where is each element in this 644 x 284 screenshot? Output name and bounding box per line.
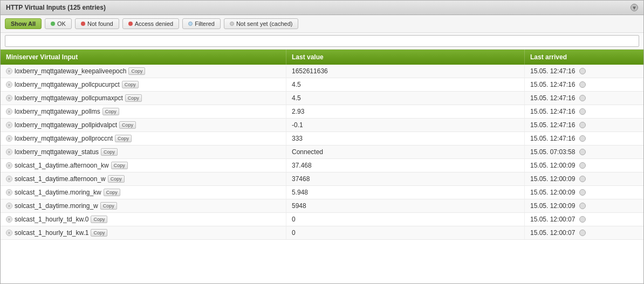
row-value: 4.5 <box>292 94 301 102</box>
copy-button[interactable]: Copy <box>111 162 128 169</box>
show-all-label: Show All <box>11 20 36 27</box>
row-arrived: 15.05. 12:47:16 <box>530 81 575 88</box>
filtered-button[interactable]: Filtered <box>182 18 221 29</box>
not-sent-dot <box>230 22 234 26</box>
table-row: loxberry_mqttgateway_pollcpumaxpct Copy … <box>1 92 643 105</box>
row-name: loxberry_mqttgateway_pollproccnt <box>15 135 113 142</box>
cell-arrived: 15.05. 12:47:16 <box>525 119 643 131</box>
not-sent-label: Not sent yet (cached) <box>236 20 293 27</box>
row-name: loxberry_mqttgateway_pollcpucurpct <box>15 81 120 88</box>
table-row: loxberry_mqttgateway_status Copy Connect… <box>1 146 643 159</box>
copy-button[interactable]: Copy <box>115 135 132 142</box>
cell-arrived: 15.05. 07:03:58 <box>525 146 643 158</box>
arrived-status-circle <box>579 189 586 196</box>
row-value: 333 <box>292 135 303 142</box>
access-denied-label: Access denied <box>135 20 174 27</box>
table-row: loxberry_mqttgateway_pollcpucurpct Copy … <box>1 78 643 92</box>
row-value: 1652611636 <box>292 67 328 75</box>
row-value: 0 <box>292 216 296 223</box>
cell-value: 5948 <box>286 199 525 212</box>
row-value: 2.93 <box>292 108 304 115</box>
col-header-name: Miniserver Virtual Input <box>1 50 286 65</box>
copy-button[interactable]: Copy <box>125 94 142 102</box>
table-row: solcast_1_daytime.afternoon_kw Copy 37.4… <box>1 159 643 172</box>
cell-arrived: 15.05. 12:00:07 <box>525 226 643 239</box>
cell-name: loxberry_mqttgateway_pollpidvalpct Copy <box>1 119 286 131</box>
ok-label: OK <box>57 20 66 27</box>
close-button[interactable]: ▼ <box>631 4 638 11</box>
not-sent-button[interactable]: Not sent yet (cached) <box>224 18 299 29</box>
cell-arrived: 15.05. 12:47:16 <box>525 132 643 145</box>
row-arrived: 15.05. 12:47:16 <box>530 135 575 142</box>
cell-name: solcast_1_daytime.moring_w Copy <box>1 199 286 212</box>
copy-button[interactable]: Copy <box>101 148 118 156</box>
copy-button[interactable]: Copy <box>122 81 139 88</box>
copy-button[interactable]: Copy <box>91 229 107 237</box>
row-name: solcast_1_daytime.moring_w <box>15 202 98 210</box>
row-status-icon <box>6 108 12 115</box>
access-denied-dot <box>128 22 133 26</box>
title-bar: HTTP Virtual Inputs (125 entries) ▼ <box>1 1 643 15</box>
table-row: loxberry_mqttgateway_keepaliveepoch Copy… <box>1 65 643 78</box>
row-status-icon <box>6 95 12 101</box>
ok-button[interactable]: OK <box>45 18 72 29</box>
copy-button[interactable]: Copy <box>108 175 125 183</box>
row-status-icon <box>6 162 12 169</box>
table-row: solcast_1_daytime.moring_kw Copy 5.948 1… <box>1 186 643 199</box>
cell-name: loxberry_mqttgateway_status Copy <box>1 146 286 158</box>
row-arrived: 15.05. 12:00:07 <box>530 229 575 237</box>
cell-arrived: 15.05. 12:47:16 <box>525 105 643 118</box>
row-name: solcast_1_hourly_td_kw.1 <box>15 229 88 237</box>
filtered-dot <box>188 22 193 26</box>
row-value: 5.948 <box>292 189 308 196</box>
table-row: solcast_1_daytime.moring_w Copy 5948 15.… <box>1 199 643 213</box>
cell-arrived: 15.05. 12:00:09 <box>525 172 643 185</box>
row-status-icon <box>6 176 12 182</box>
copy-button[interactable]: Copy <box>91 216 107 223</box>
copy-button[interactable]: Copy <box>100 202 117 210</box>
copy-button[interactable]: Copy <box>119 121 136 129</box>
cell-value: 4.5 <box>286 78 525 91</box>
row-status-icon <box>6 68 12 74</box>
row-arrived: 15.05. 12:00:09 <box>530 175 575 183</box>
search-input[interactable] <box>5 35 639 47</box>
cell-value: 333 <box>286 132 525 145</box>
cell-name: solcast_1_daytime.afternoon_w Copy <box>1 172 286 185</box>
table-row: solcast_1_hourly_td_kw.1 Copy 0 15.05. 1… <box>1 226 643 240</box>
arrived-status-circle <box>579 176 586 182</box>
arrived-status-circle <box>579 95 586 101</box>
copy-button[interactable]: Copy <box>104 189 120 196</box>
arrived-status-circle <box>579 203 586 209</box>
col-header-value: Last value <box>286 50 525 65</box>
col-header-arrived: Last arrived <box>525 50 643 65</box>
row-status-icon <box>6 203 12 209</box>
not-found-dot <box>81 22 85 26</box>
cell-arrived: 15.05. 12:00:09 <box>525 199 643 212</box>
row-value: 37.468 <box>292 162 312 169</box>
access-denied-button[interactable]: Access denied <box>122 18 180 29</box>
arrived-status-circle <box>579 230 586 236</box>
cell-name: solcast_1_hourly_td_kw.1 Copy <box>1 226 286 239</box>
arrived-status-circle <box>579 81 586 88</box>
show-all-button[interactable]: Show All <box>5 18 42 29</box>
arrived-status-circle <box>579 149 586 155</box>
not-found-button[interactable]: Not found <box>75 18 119 29</box>
row-status-icon <box>6 216 12 223</box>
cell-name: loxberry_mqttgateway_pollcpucurpct Copy <box>1 78 286 91</box>
row-name: solcast_1_daytime.moring_kw <box>15 189 101 196</box>
row-name: loxberry_mqttgateway_pollms <box>15 108 100 115</box>
arrived-status-circle <box>579 108 586 115</box>
cell-value: 37.468 <box>286 159 525 172</box>
cell-value: 4.5 <box>286 92 525 105</box>
arrived-status-circle <box>579 68 586 74</box>
copy-button[interactable]: Copy <box>128 67 145 75</box>
row-value: Connected <box>292 148 323 156</box>
cell-name: loxberry_mqttgateway_keepaliveepoch Copy <box>1 65 286 78</box>
copy-button[interactable]: Copy <box>102 108 119 115</box>
cell-name: solcast_1_daytime.moring_kw Copy <box>1 186 286 199</box>
row-value: -0.1 <box>292 121 303 129</box>
row-arrived: 15.05. 12:00:09 <box>530 189 575 196</box>
row-value: 0 <box>292 229 296 237</box>
cell-name: loxberry_mqttgateway_pollcpumaxpct Copy <box>1 92 286 105</box>
table-body: loxberry_mqttgateway_keepaliveepoch Copy… <box>1 65 643 240</box>
